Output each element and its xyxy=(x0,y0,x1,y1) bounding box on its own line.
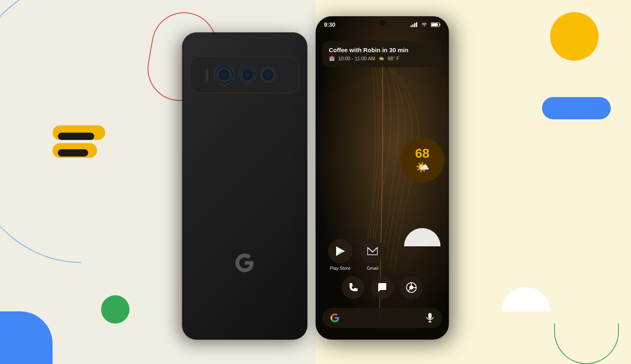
google-g-logo xyxy=(329,312,341,324)
play-store-icon xyxy=(335,245,346,257)
phone-screen: 9:30 xyxy=(316,17,449,339)
weather-sun-icon: 🌤️ xyxy=(415,161,430,174)
gmail-label: Gmail xyxy=(367,266,379,271)
signal-icon xyxy=(411,22,418,27)
dock-phone[interactable] xyxy=(342,276,364,299)
camera-lens-main xyxy=(214,64,235,85)
dark-bar-bottom xyxy=(58,149,88,157)
weather-temperature: 68 xyxy=(415,147,430,160)
green-circle-shape xyxy=(101,295,129,324)
notification-time: 10:00 - 11:00 AM xyxy=(338,56,375,61)
notification-details: 📅 10:00 - 11:00 AM 🌤️ 68° F xyxy=(329,56,436,61)
white-semicircle-shape xyxy=(502,287,550,311)
bottom-dock-icons xyxy=(316,276,449,299)
notification-title: Coffee with Robin in 30 min xyxy=(329,47,436,53)
svg-rect-7 xyxy=(440,24,440,26)
phone-back xyxy=(182,32,307,340)
svg-rect-4 xyxy=(414,23,415,27)
calendar-icon: 📅 xyxy=(329,56,335,61)
svg-line-13 xyxy=(409,289,410,291)
dock-chrome[interactable] xyxy=(400,276,423,299)
google-search-bar[interactable] xyxy=(322,308,442,328)
camera-module xyxy=(190,57,299,93)
gmail-icon xyxy=(367,247,378,256)
blue-pill-shape xyxy=(542,97,611,119)
notification-card: Coffee with Robin in 30 min 📅 10:00 - 11… xyxy=(322,41,442,67)
phone-front: 9:30 xyxy=(316,16,449,340)
google-logo-back xyxy=(233,251,257,275)
microphone-icon xyxy=(424,312,436,324)
phones-container: 9:30 xyxy=(182,16,449,348)
camera-lens-tertiary xyxy=(260,67,276,83)
weather-info: 🌤️ xyxy=(378,56,384,61)
yellow-circle-shape xyxy=(550,12,599,61)
svg-point-10 xyxy=(409,286,413,290)
gmail-icon-circle xyxy=(360,239,385,263)
app-icons-row: Play Store Gmail xyxy=(316,239,449,271)
svg-rect-14 xyxy=(428,313,432,319)
dark-bars-shape xyxy=(58,129,94,157)
playstore-icon-circle xyxy=(328,239,352,263)
chrome-icon xyxy=(406,282,417,293)
dark-bar-top xyxy=(58,133,94,140)
svg-rect-2 xyxy=(411,25,412,27)
battery-icon xyxy=(431,22,440,27)
svg-rect-3 xyxy=(413,24,414,27)
front-camera-cutout xyxy=(379,20,385,25)
camera-lens-secondary xyxy=(239,66,256,84)
app-icon-playstore[interactable]: Play Store xyxy=(328,239,352,271)
dock-messages[interactable] xyxy=(371,276,394,299)
speaker-dot xyxy=(206,69,208,81)
svg-rect-8 xyxy=(432,23,438,26)
temp-value: 68 xyxy=(415,146,430,161)
app-icon-gmail[interactable]: Gmail xyxy=(360,239,385,271)
status-icons xyxy=(411,22,440,27)
phone-back-body xyxy=(182,32,307,340)
weather-widget: 68 🌤️ xyxy=(400,138,445,182)
scene: 9:30 xyxy=(0,0,631,364)
messages-icon xyxy=(377,282,387,293)
phone-icon xyxy=(348,282,358,293)
blue-blob-shape xyxy=(0,311,53,364)
playstore-label: Play Store xyxy=(330,266,351,271)
notification-weather: 68° F xyxy=(387,56,399,61)
green-arc-shape xyxy=(554,283,619,364)
status-time: 9:30 xyxy=(324,21,335,28)
wifi-icon xyxy=(421,22,428,27)
svg-rect-5 xyxy=(416,22,417,27)
